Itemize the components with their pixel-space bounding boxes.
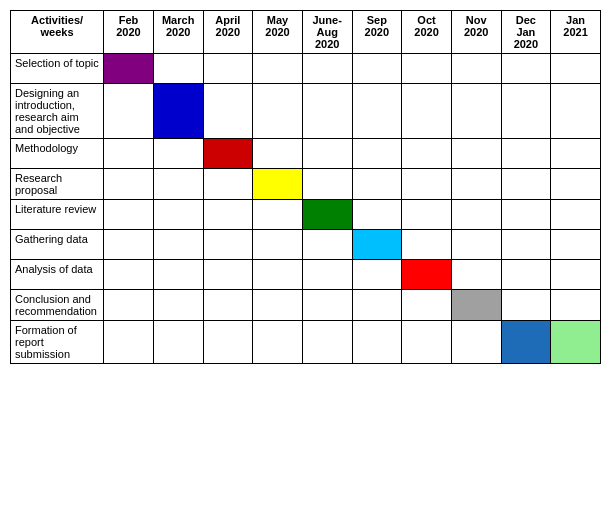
activity-label-gathering-data: Gathering data bbox=[11, 230, 104, 260]
cell-methodology-may2020 bbox=[253, 139, 303, 169]
cell-analysis-jun2020 bbox=[302, 260, 352, 290]
gantt-block-conclusion-nov2020 bbox=[452, 290, 501, 320]
cell-research-proposal-oct2020 bbox=[402, 169, 452, 200]
cell-designing-may2020 bbox=[253, 84, 303, 139]
cell-selection-jun2020 bbox=[302, 54, 352, 84]
cell-conclusion-apr2020 bbox=[203, 290, 253, 321]
cell-designing-apr2020 bbox=[203, 84, 253, 139]
row-conclusion: Conclusion and recommendation bbox=[11, 290, 601, 321]
row-analysis: Analysis of data bbox=[11, 260, 601, 290]
cell-methodology-jan2021 bbox=[551, 139, 601, 169]
header-mar2020: March2020 bbox=[153, 11, 203, 54]
gantt-block-gathering-data-sep2020 bbox=[353, 230, 402, 259]
gantt-block-designing-mar2020 bbox=[154, 84, 203, 138]
cell-literature-review-dec2020 bbox=[501, 200, 551, 230]
cell-gathering-data-mar2020 bbox=[153, 230, 203, 260]
cell-selection-feb2020 bbox=[104, 54, 154, 84]
header-apr2020: April2020 bbox=[203, 11, 253, 54]
cell-conclusion-jun2020 bbox=[302, 290, 352, 321]
cell-analysis-dec2020 bbox=[501, 260, 551, 290]
cell-literature-review-mar2020 bbox=[153, 200, 203, 230]
cell-designing-jan2021 bbox=[551, 84, 601, 139]
activity-label-methodology: Methodology bbox=[11, 139, 104, 169]
cell-analysis-may2020 bbox=[253, 260, 303, 290]
header-feb2020: Feb2020 bbox=[104, 11, 154, 54]
cell-designing-oct2020 bbox=[402, 84, 452, 139]
cell-designing-dec2020 bbox=[501, 84, 551, 139]
cell-formation-mar2020 bbox=[153, 321, 203, 364]
cell-research-proposal-jan2021 bbox=[551, 169, 601, 200]
cell-literature-review-oct2020 bbox=[402, 200, 452, 230]
activity-label-formation: Formation of report submission bbox=[11, 321, 104, 364]
activity-label-analysis: Analysis of data bbox=[11, 260, 104, 290]
cell-methodology-apr2020 bbox=[203, 139, 253, 169]
header-sep2020: Sep2020 bbox=[352, 11, 402, 54]
row-research-proposal: Research proposal bbox=[11, 169, 601, 200]
gantt-block-formation-jan2021 bbox=[551, 321, 600, 363]
gantt-chart: Activities/weeks Feb2020 March2020 April… bbox=[10, 10, 601, 364]
cell-conclusion-jan2021 bbox=[551, 290, 601, 321]
cell-research-proposal-nov2020 bbox=[451, 169, 501, 200]
gantt-block-selection-feb2020 bbox=[104, 54, 153, 83]
cell-gathering-data-feb2020 bbox=[104, 230, 154, 260]
activity-label-research-proposal: Research proposal bbox=[11, 169, 104, 200]
cell-gathering-data-jan2021 bbox=[551, 230, 601, 260]
cell-selection-jan2021 bbox=[551, 54, 601, 84]
cell-analysis-feb2020 bbox=[104, 260, 154, 290]
cell-gathering-data-sep2020 bbox=[352, 230, 402, 260]
cell-methodology-oct2020 bbox=[402, 139, 452, 169]
cell-literature-review-jun2020 bbox=[302, 200, 352, 230]
cell-methodology-mar2020 bbox=[153, 139, 203, 169]
cell-formation-jun2020 bbox=[302, 321, 352, 364]
cell-methodology-dec2020 bbox=[501, 139, 551, 169]
cell-selection-oct2020 bbox=[402, 54, 452, 84]
cell-literature-review-may2020 bbox=[253, 200, 303, 230]
cell-selection-may2020 bbox=[253, 54, 303, 84]
cell-literature-review-feb2020 bbox=[104, 200, 154, 230]
cell-literature-review-jan2021 bbox=[551, 200, 601, 230]
cell-formation-apr2020 bbox=[203, 321, 253, 364]
cell-conclusion-feb2020 bbox=[104, 290, 154, 321]
header-may2020: May2020 bbox=[253, 11, 303, 54]
row-selection: Selection of topic bbox=[11, 54, 601, 84]
activity-label-literature-review: Literature review bbox=[11, 200, 104, 230]
cell-gathering-data-may2020 bbox=[253, 230, 303, 260]
cell-gathering-data-dec2020 bbox=[501, 230, 551, 260]
cell-selection-sep2020 bbox=[352, 54, 402, 84]
cell-analysis-sep2020 bbox=[352, 260, 402, 290]
cell-methodology-feb2020 bbox=[104, 139, 154, 169]
row-literature-review: Literature review bbox=[11, 200, 601, 230]
cell-gathering-data-jun2020 bbox=[302, 230, 352, 260]
row-gathering-data: Gathering data bbox=[11, 230, 601, 260]
cell-conclusion-nov2020 bbox=[451, 290, 501, 321]
cell-research-proposal-dec2020 bbox=[501, 169, 551, 200]
gantt-block-literature-review-jun2020 bbox=[303, 200, 352, 229]
cell-conclusion-dec2020 bbox=[501, 290, 551, 321]
activity-label-selection: Selection of topic bbox=[11, 54, 104, 84]
activity-label-designing: Designing an introduction, research aim … bbox=[11, 84, 104, 139]
cell-analysis-apr2020 bbox=[203, 260, 253, 290]
cell-conclusion-sep2020 bbox=[352, 290, 402, 321]
header-jun2020: June-Aug2020 bbox=[302, 11, 352, 54]
cell-selection-mar2020 bbox=[153, 54, 203, 84]
cell-formation-may2020 bbox=[253, 321, 303, 364]
cell-research-proposal-apr2020 bbox=[203, 169, 253, 200]
header-jan2021: Jan2021 bbox=[551, 11, 601, 54]
cell-methodology-sep2020 bbox=[352, 139, 402, 169]
cell-formation-oct2020 bbox=[402, 321, 452, 364]
cell-formation-jan2021 bbox=[551, 321, 601, 364]
cell-research-proposal-feb2020 bbox=[104, 169, 154, 200]
cell-selection-apr2020 bbox=[203, 54, 253, 84]
cell-conclusion-may2020 bbox=[253, 290, 303, 321]
cell-literature-review-apr2020 bbox=[203, 200, 253, 230]
cell-designing-mar2020 bbox=[153, 84, 203, 139]
cell-gathering-data-apr2020 bbox=[203, 230, 253, 260]
cell-literature-review-nov2020 bbox=[451, 200, 501, 230]
gantt-block-research-proposal-may2020 bbox=[253, 169, 302, 199]
cell-designing-jun2020 bbox=[302, 84, 352, 139]
cell-formation-nov2020 bbox=[451, 321, 501, 364]
cell-research-proposal-may2020 bbox=[253, 169, 303, 200]
gantt-block-formation-dec2020 bbox=[502, 321, 551, 363]
cell-formation-dec2020 bbox=[501, 321, 551, 364]
row-methodology: Methodology bbox=[11, 139, 601, 169]
